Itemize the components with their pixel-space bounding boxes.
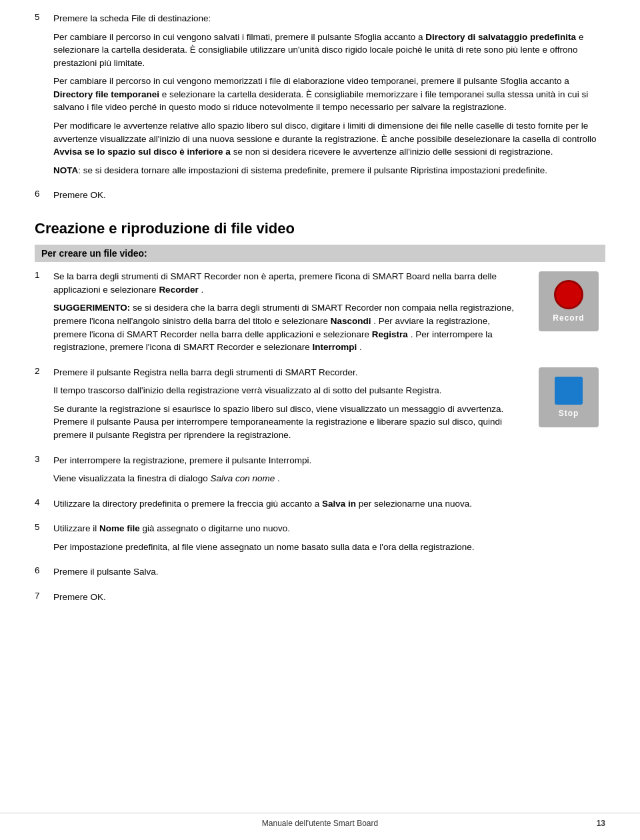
step-4-main: Utilizzare la directory predefinita o pr…	[53, 497, 605, 511]
stop-icon-label: Stop	[559, 409, 579, 418]
step-2-text-area: Premere il pulsante Registra nella barra…	[53, 366, 521, 447]
footer-center: Manuale dell'utente Smart Board	[177, 819, 463, 828]
step-3-body: Per interrompere la registrazione, preme…	[53, 454, 605, 491]
step-4-body: Utilizzare la directory predefinita o pr…	[53, 497, 605, 516]
page-content: 5 Premere la scheda File di destinazione…	[0, 0, 640, 655]
step-7-item: 7 Premere OK.	[35, 591, 605, 609]
section-5-p1: Per cambiare il percorso in cui vengono …	[53, 31, 605, 70]
step-1-tip: SUGGERIMENTO: se si desidera che la barr…	[53, 301, 521, 353]
section-5-note: NOTA: se si desidera tornare alle impost…	[53, 164, 605, 177]
section-5-p2: Per cambiare il percorso in cui vengono …	[53, 75, 605, 114]
step-5-p2: Per impostazione predefinita, al file vi…	[53, 541, 605, 554]
stop-square-icon	[555, 377, 583, 405]
footer-page-number: 13	[463, 819, 605, 828]
record-icon-box: Record	[539, 271, 599, 331]
main-heading: Creazione e riproduzione di file video	[35, 219, 605, 239]
step-1-main: Se la barra degli strumenti di SMART Rec…	[53, 270, 521, 296]
step-1-number: 1	[35, 270, 47, 359]
step-6-number: 6	[35, 565, 47, 584]
step-2-item: 2 Premere il pulsante Registra nella bar…	[35, 366, 605, 447]
section-5-title: Premere la scheda File di destinazione:	[53, 12, 605, 25]
section-5-number: 5	[35, 12, 47, 182]
step-5-body: Utilizzare il Nome file già assegnato o …	[53, 522, 605, 559]
step-4-item: 4 Utilizzare la directory predefinita o …	[35, 497, 605, 516]
step-3-p2: Viene visualizzata la finestra di dialog…	[53, 472, 605, 485]
step-7-main: Premere OK.	[53, 591, 605, 604]
section-6-body: Premere OK.	[53, 189, 605, 207]
subsection-header: Per creare un file video:	[35, 245, 605, 262]
record-icon-area: Record	[532, 270, 605, 331]
stop-icon-area: Stop	[532, 366, 605, 427]
step-2-body: Premere il pulsante Registra nella barra…	[53, 366, 605, 447]
section-6-number: 6	[35, 189, 47, 207]
section-5-p3: Per modificare le avvertenze relative al…	[53, 119, 605, 159]
step-3-main: Per interrompere la registrazione, preme…	[53, 454, 605, 467]
step-5-item: 5 Utilizzare il Nome file già assegnato …	[35, 522, 605, 559]
step-1-item: 1 Se la barra degli strumenti di SMART R…	[35, 270, 605, 359]
step-1-row: Se la barra degli strumenti di SMART Rec…	[53, 270, 605, 359]
step-5-number: 5	[35, 522, 47, 559]
page-footer: Manuale dell'utente Smart Board 13	[0, 813, 640, 828]
step-5-main: Utilizzare il Nome file già assegnato o …	[53, 522, 605, 535]
section-6-text: Premere OK.	[53, 189, 605, 202]
step-6-body: Premere il pulsante Salva.	[53, 565, 605, 584]
step-2-p3: Se durante la registrazione si esaurisce…	[53, 403, 521, 442]
step-2-main: Premere il pulsante Registra nella barra…	[53, 366, 521, 379]
step-2-row: Premere il pulsante Registra nella barra…	[53, 366, 605, 447]
step-2-number: 2	[35, 366, 47, 447]
record-icon-label: Record	[553, 313, 584, 323]
step-2-p2: Il tempo trascorso dall'inizio della reg…	[53, 384, 521, 397]
step-6-main: Premere il pulsante Salva.	[53, 565, 605, 579]
record-circle-icon	[554, 280, 583, 309]
step-3-item: 3 Per interrompere la registrazione, pre…	[35, 454, 605, 491]
step-3-number: 3	[35, 454, 47, 491]
section-5-item: 5 Premere la scheda File di destinazione…	[35, 12, 605, 182]
step-1-body: Se la barra degli strumenti di SMART Rec…	[53, 270, 605, 359]
stop-icon-box: Stop	[539, 367, 599, 427]
step-6-item: 6 Premere il pulsante Salva.	[35, 565, 605, 584]
section-5-body: Premere la scheda File di destinazione: …	[53, 12, 605, 182]
step-1-text-area: Se la barra degli strumenti di SMART Rec…	[53, 270, 521, 359]
step-4-number: 4	[35, 497, 47, 516]
section-6-item: 6 Premere OK.	[35, 189, 605, 207]
step-7-number: 7	[35, 591, 47, 609]
step-7-body: Premere OK.	[53, 591, 605, 609]
